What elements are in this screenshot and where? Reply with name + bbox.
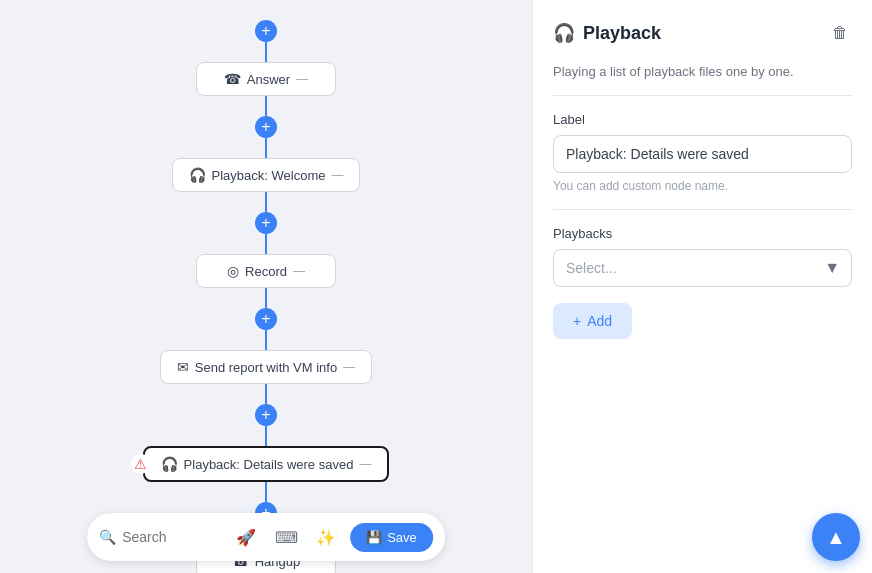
error-badge: ⚠	[131, 454, 151, 474]
divider-2	[553, 209, 852, 210]
playbacks-select-wrapper: Select... ▼	[553, 249, 852, 287]
node-label: Playback: Details were saved	[184, 457, 354, 472]
flow-node-playback-welcome[interactable]: 🎧 Playback: Welcome —	[172, 158, 361, 192]
panel-header: 🎧 Playback 🗑	[553, 20, 852, 46]
search-wrapper: 🔍	[99, 529, 222, 545]
connector	[265, 42, 267, 62]
connector	[265, 482, 267, 502]
add-button-1[interactable]: +	[255, 116, 277, 138]
node-label: Send report with VM info	[195, 360, 337, 375]
connector	[265, 96, 267, 116]
flow-node-record[interactable]: ◎ Record —	[196, 254, 336, 288]
rocket-icon-button[interactable]: 🚀	[230, 521, 262, 553]
label-section: Label You can add custom node name.	[553, 112, 852, 193]
add-section: + Add	[553, 303, 852, 339]
headphone-icon: 🎧	[189, 167, 206, 183]
node-wrapper-playback-welcome: 🎧 Playback: Welcome —	[172, 158, 361, 192]
playbacks-label: Playbacks	[553, 226, 852, 241]
node-label: Answer	[247, 72, 290, 87]
add-button-4[interactable]: +	[255, 404, 277, 426]
record-icon: ◎	[227, 263, 239, 279]
send-icon: ✉	[177, 359, 189, 375]
playbacks-select[interactable]: Select...	[553, 249, 852, 287]
node-menu[interactable]: —	[359, 457, 371, 471]
node-wrapper-record: ◎ Record —	[196, 254, 336, 288]
connector	[265, 192, 267, 212]
panel-subtitle: Playing a list of playback files one by …	[553, 64, 852, 79]
playbacks-section: Playbacks Select... ▼	[553, 226, 852, 287]
label-hint: You can add custom node name.	[553, 179, 852, 193]
connector	[265, 384, 267, 404]
node-wrapper-send-report: ✉ Send report with VM info —	[160, 350, 372, 384]
save-icon: 💾	[366, 530, 382, 545]
panel-title-row: 🎧 Playback	[553, 22, 661, 44]
flow-node-answer[interactable]: ☎ Answer —	[196, 62, 336, 96]
phone-icon: ☎	[224, 71, 241, 87]
connector	[265, 426, 267, 446]
label-field-label: Label	[553, 112, 852, 127]
flow-node-send-report[interactable]: ✉ Send report with VM info —	[160, 350, 372, 384]
node-label: Playback: Welcome	[212, 168, 326, 183]
node-menu[interactable]: —	[293, 264, 305, 278]
divider-1	[553, 95, 852, 96]
add-button-2[interactable]: +	[255, 212, 277, 234]
search-input[interactable]	[122, 529, 222, 545]
node-wrapper-answer: ☎ Answer —	[196, 62, 336, 96]
node-menu[interactable]: —	[343, 360, 355, 374]
flow-node-playback-saved[interactable]: 🎧 Playback: Details were saved —	[143, 446, 390, 482]
node-menu[interactable]: —	[331, 168, 343, 182]
save-label: Save	[387, 530, 417, 545]
node-wrapper-playback-saved: ⚠ 🎧 Playback: Details were saved —	[143, 446, 390, 482]
panel-title: Playback	[583, 23, 661, 44]
delete-button[interactable]: 🗑	[828, 20, 852, 46]
playback-header-icon: 🎧	[553, 22, 575, 44]
fab-button[interactable]: ▲	[812, 513, 860, 561]
node-label: Record	[245, 264, 287, 279]
right-panel: 🎧 Playback 🗑 Playing a list of playback …	[532, 0, 872, 573]
connector	[265, 234, 267, 254]
add-button-3[interactable]: +	[255, 308, 277, 330]
node-menu[interactable]: —	[296, 72, 308, 86]
bottom-toolbar: 🔍 🚀 ⌨ ✨ 💾 Save	[87, 513, 445, 561]
connector	[265, 288, 267, 308]
connector	[265, 330, 267, 350]
add-label: Add	[587, 313, 612, 329]
flow-nodes: + ☎ Answer — + 🎧 Playback: Welcome — +	[143, 20, 390, 573]
label-input[interactable]	[553, 135, 852, 173]
save-button[interactable]: 💾 Save	[350, 523, 433, 552]
flow-canvas: + ☎ Answer — + 🎧 Playback: Welcome — +	[0, 0, 532, 573]
add-playback-button[interactable]: + Add	[553, 303, 632, 339]
search-icon: 🔍	[99, 529, 116, 545]
add-button-top[interactable]: +	[255, 20, 277, 42]
magic-wand-icon-button[interactable]: ✨	[310, 521, 342, 553]
fab-icon: ▲	[826, 526, 846, 549]
headphone-icon: 🎧	[161, 456, 178, 472]
add-icon: +	[573, 313, 581, 329]
keyboard-icon-button[interactable]: ⌨	[270, 521, 302, 553]
connector	[265, 138, 267, 158]
